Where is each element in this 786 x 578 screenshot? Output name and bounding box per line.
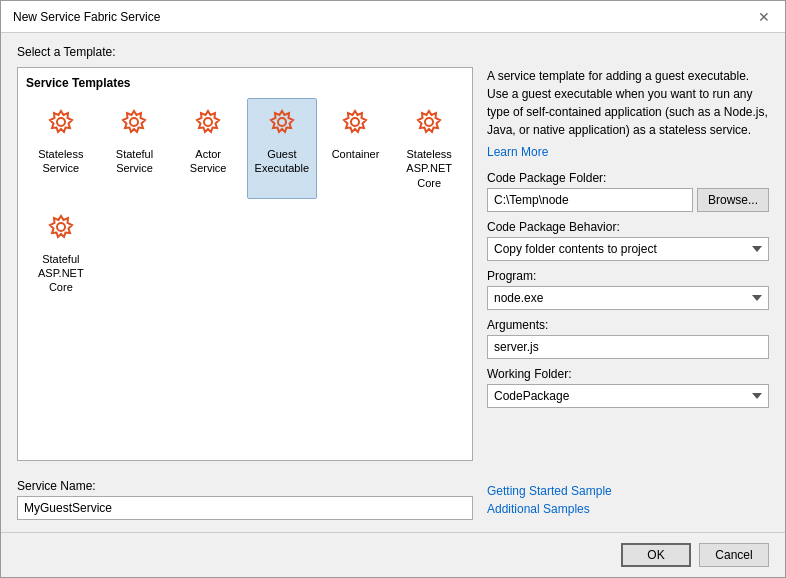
template-stateless-aspnet[interactable]: StatelessASP.NETCore	[394, 98, 464, 199]
code-package-behavior-label: Code Package Behavior:	[487, 220, 769, 234]
templates-grid-row2: StatefulASP.NETCore	[26, 203, 464, 304]
dialog-title: New Service Fabric Service	[13, 10, 160, 24]
actor-label: Actor Service	[178, 147, 238, 176]
guest-label: GuestExecutable	[255, 147, 309, 176]
svg-point-6	[57, 223, 65, 231]
container-icon	[337, 107, 373, 143]
svg-point-2	[204, 118, 212, 126]
code-package-behavior-select[interactable]: Copy folder contents to project	[487, 237, 769, 261]
templates-box: Service Templates StatelessService	[17, 67, 473, 461]
svg-point-1	[130, 118, 138, 126]
svg-point-3	[278, 118, 286, 126]
actor-icon	[190, 107, 226, 143]
right-panel: A service template for adding a guest ex…	[487, 67, 769, 520]
arguments-group: Arguments:	[487, 318, 769, 359]
arguments-input[interactable]	[487, 335, 769, 359]
svg-point-4	[351, 118, 359, 126]
guest-icon	[264, 107, 300, 143]
templates-group-label: Service Templates	[26, 76, 464, 90]
working-folder-select[interactable]: CodePackage	[487, 384, 769, 408]
cancel-button[interactable]: Cancel	[699, 543, 769, 567]
working-folder-label: Working Folder:	[487, 367, 769, 381]
program-select[interactable]: node.exe	[487, 286, 769, 310]
dialog-footer: OK Cancel	[1, 532, 785, 577]
new-service-dialog: New Service Fabric Service ✕ Select a Te…	[0, 0, 786, 578]
program-group: Program: node.exe	[487, 269, 769, 310]
close-button[interactable]: ✕	[755, 8, 773, 26]
stateless-label: StatelessService	[38, 147, 83, 176]
arguments-label: Arguments:	[487, 318, 769, 332]
left-panel: Service Templates StatelessService	[17, 67, 473, 520]
dialog-content: Select a Template: Service Templates	[1, 33, 785, 532]
code-package-folder-row: Browse...	[487, 188, 769, 212]
code-package-folder-group: Code Package Folder: Browse...	[487, 171, 769, 212]
description-text: A service template for adding a guest ex…	[487, 67, 769, 139]
stateless-icon	[43, 107, 79, 143]
getting-started-sample-link[interactable]: Getting Started Sample	[487, 484, 769, 498]
title-bar: New Service Fabric Service ✕	[1, 1, 785, 33]
links-area: Getting Started Sample Additional Sample…	[487, 484, 769, 520]
template-container[interactable]: Container	[321, 98, 391, 199]
service-name-area: Service Name:	[17, 471, 473, 520]
svg-point-5	[425, 118, 433, 126]
stateless-aspnet-icon	[411, 107, 447, 143]
ok-button[interactable]: OK	[621, 543, 691, 567]
stateful-icon	[116, 107, 152, 143]
template-stateless[interactable]: StatelessService	[26, 98, 96, 199]
service-name-input[interactable]	[17, 496, 473, 520]
working-folder-group: Working Folder: CodePackage	[487, 367, 769, 408]
service-name-label: Service Name:	[17, 479, 473, 493]
container-label: Container	[332, 147, 380, 161]
template-guest[interactable]: GuestExecutable	[247, 98, 317, 199]
program-label: Program:	[487, 269, 769, 283]
select-template-label: Select a Template:	[17, 45, 769, 59]
learn-more-link[interactable]: Learn More	[487, 145, 769, 159]
stateful-label: StatefulService	[116, 147, 153, 176]
additional-samples-link[interactable]: Additional Samples	[487, 502, 769, 516]
browse-button[interactable]: Browse...	[697, 188, 769, 212]
code-package-behavior-group: Code Package Behavior: Copy folder conte…	[487, 220, 769, 261]
code-package-folder-label: Code Package Folder:	[487, 171, 769, 185]
svg-point-0	[57, 118, 65, 126]
stateful-aspnet-label: StatefulASP.NETCore	[38, 252, 84, 295]
template-stateful-aspnet[interactable]: StatefulASP.NETCore	[26, 203, 96, 304]
stateful-aspnet-icon	[43, 212, 79, 248]
stateless-aspnet-label: StatelessASP.NETCore	[406, 147, 452, 190]
main-area: Service Templates StatelessService	[17, 67, 769, 520]
template-actor[interactable]: Actor Service	[173, 98, 243, 199]
templates-grid-row1: StatelessService StatefulService	[26, 98, 464, 199]
code-package-folder-input[interactable]	[487, 188, 693, 212]
template-stateful[interactable]: StatefulService	[100, 98, 170, 199]
